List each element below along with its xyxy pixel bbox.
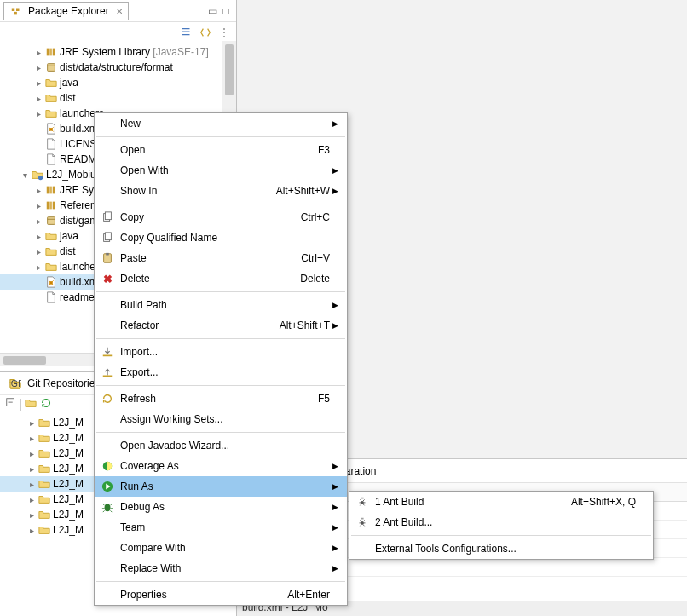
link-editor-icon[interactable] (199, 26, 212, 39)
svg-point-8 (38, 176, 43, 180)
tree-label: L2J_Mobius (46, 169, 101, 181)
svg-point-34 (361, 521, 364, 525)
ctx-item-copy[interactable]: CopyCtrl+C (95, 207, 347, 227)
ctx-item-build-path[interactable]: Build Path▶ (95, 295, 347, 315)
menu-label: Properties (117, 589, 277, 601)
ctx-item-open[interactable]: OpenF3 (95, 140, 347, 160)
runas-item-1-ant-build[interactable]: 1 Ant BuildAlt+Shift+X, Q (349, 492, 653, 512)
ctx-item-refresh[interactable]: RefreshF5 (95, 389, 347, 409)
twisty-icon[interactable]: ▸ (32, 78, 44, 88)
twisty-icon[interactable]: ▸ (32, 232, 44, 241)
ctx-item-copy-qualified-name[interactable]: Copy Qualified Name (95, 227, 347, 248)
svg-rect-14 (53, 202, 55, 210)
twisty-icon[interactable]: ▸ (32, 216, 44, 226)
ctx-item-run-as[interactable]: Run As▶ (95, 476, 347, 497)
twisty-icon[interactable]: ▸ (32, 247, 44, 256)
folder-icon (38, 508, 51, 521)
cov-icon (98, 460, 117, 472)
runas-item-external-tools-configurations[interactable]: External Tools Configurations... (349, 538, 653, 559)
ctx-item-compare-with[interactable]: Compare With▶ (95, 538, 347, 558)
package-explorer-icon (9, 4, 23, 18)
git-folder-icon[interactable] (25, 397, 37, 412)
file-icon (44, 153, 58, 166)
ctx-item-debug-as[interactable]: Debug As▶ (95, 497, 347, 517)
ctx-item-coverage-as[interactable]: Coverage As▶ (95, 456, 347, 476)
twisty-icon[interactable]: ▸ (26, 526, 38, 535)
twisty-icon[interactable]: ▸ (32, 94, 44, 103)
folder-icon (38, 431, 51, 445)
ctx-item-import[interactable]: Import... (95, 342, 347, 362)
context-menu[interactable]: New▶OpenF3Open With▶Show InAlt+Shift+W▶C… (94, 112, 348, 606)
tree-label: dist/data/structure/format (60, 61, 173, 73)
svg-rect-10 (49, 187, 52, 194)
maximize-icon[interactable]: □ (219, 4, 233, 18)
ctx-item-replace-with[interactable]: Replace With▶ (95, 558, 347, 579)
delx-icon: ✖ (98, 273, 117, 285)
twisty-icon[interactable]: ▸ (32, 262, 44, 272)
ctx-item-paste[interactable]: PasteCtrl+V (95, 248, 347, 268)
twisty-icon[interactable]: ▸ (26, 434, 38, 443)
menu-accelerator: Ctrl+C (301, 211, 330, 223)
tree-row[interactable]: ▸JRE System Library [JavaSE-17] (0, 44, 236, 60)
git-repositories-tab[interactable]: GIT Git Repositories (3, 375, 105, 392)
ctx-item-open-javadoc-wizard[interactable]: Open Javadoc Wizard... (95, 435, 347, 456)
svg-rect-4 (49, 49, 52, 56)
twisty-icon[interactable]: ▸ (26, 449, 38, 458)
tree-row[interactable]: ▸java (0, 75, 236, 90)
ctx-item-properties[interactable]: PropertiesAlt+Enter (95, 584, 347, 605)
svg-rect-5 (53, 49, 55, 56)
export-icon (98, 366, 117, 378)
menu-accelerator: Delete (300, 273, 330, 285)
menu-label: Refresh (117, 393, 308, 405)
twisty-icon[interactable]: ▸ (26, 510, 38, 520)
menu-accelerator: Alt+Shift+X, Q (571, 496, 636, 508)
git-refresh-icon[interactable] (40, 397, 52, 412)
ctx-item-export[interactable]: Export... (95, 362, 347, 383)
ctx-item-show-in[interactable]: Show InAlt+Shift+W▶ (95, 181, 347, 201)
minimize-icon[interactable]: ▭ (205, 4, 219, 18)
twisty-icon[interactable]: ▸ (26, 480, 38, 489)
twisty-icon[interactable]: ▸ (32, 186, 44, 195)
menu-separator (96, 432, 345, 433)
twisty-icon[interactable]: ▸ (32, 109, 44, 118)
view-menu-icon[interactable]: ⋮ (217, 26, 231, 39)
menu-separator (96, 204, 345, 204)
submenu-arrow-icon: ▶ (330, 462, 338, 470)
runas-item-2-ant-build[interactable]: 2 Ant Build... (349, 512, 653, 533)
run-as-submenu[interactable]: 1 Ant BuildAlt+Shift+X, Q2 Ant Build...E… (349, 491, 654, 560)
close-icon[interactable]: ✕ (116, 7, 123, 16)
menu-label: Run As (117, 481, 320, 492)
ctx-item-delete[interactable]: ✖DeleteDelete (95, 268, 347, 289)
tree-row[interactable]: ▸dist (0, 90, 236, 106)
ctx-item-open-with[interactable]: Open With▶ (95, 160, 347, 181)
menu-label: Team (117, 521, 320, 533)
menu-label: 2 Ant Build... (372, 516, 626, 528)
tree-row[interactable]: ▸dist/data/structure/format (0, 60, 236, 75)
ctx-item-assign-working-sets[interactable]: Assign Working Sets... (95, 409, 347, 429)
collapse-all-icon[interactable] (180, 26, 193, 39)
git-item-label: L2J_M (53, 463, 84, 475)
ctx-item-team[interactable]: Team▶ (95, 517, 347, 538)
menu-accelerator: Alt+Enter (287, 589, 330, 601)
twisty-icon[interactable]: ▸ (32, 63, 44, 72)
jar-icon (44, 60, 58, 74)
menu-label: Copy Qualified Name (117, 232, 320, 244)
twisty-icon[interactable]: ▸ (32, 201, 44, 210)
lib-icon (44, 45, 58, 59)
twisty-icon[interactable]: ▸ (32, 48, 44, 57)
git-item-label: L2J_M (53, 417, 84, 429)
run-icon (98, 481, 117, 492)
ctx-item-new[interactable]: New▶ (95, 113, 347, 134)
folder-icon (44, 91, 58, 105)
menu-label: Replace With (117, 562, 320, 574)
ctx-item-refactor[interactable]: RefactorAlt+Shift+T▶ (95, 315, 347, 336)
twisty-icon[interactable]: ▸ (26, 495, 38, 504)
git-repositories-title: Git Repositories (27, 377, 100, 389)
collapse-all-icon[interactable] (5, 397, 17, 412)
twisty-icon[interactable]: ▸ (26, 464, 38, 474)
copy-icon (98, 232, 117, 244)
twisty-icon[interactable]: ▸ (26, 418, 38, 428)
package-explorer-tab[interactable]: Package Explorer ✕ (3, 2, 129, 20)
twisty-icon[interactable]: ▾ (19, 170, 31, 180)
menu-label: Export... (117, 366, 320, 378)
